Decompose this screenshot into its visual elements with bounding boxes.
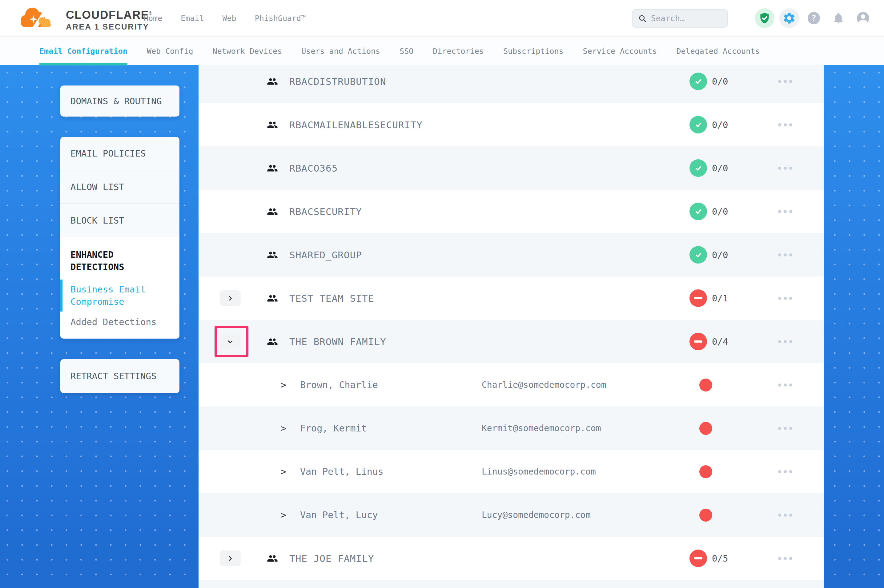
status-badge-fail-icon bbox=[690, 290, 707, 307]
status-badge-pass-icon bbox=[690, 73, 707, 90]
shield-check-icon[interactable] bbox=[755, 8, 774, 28]
group-name: TEST TEAM SITE bbox=[289, 276, 374, 320]
status-badge-pass-icon bbox=[690, 116, 707, 134]
member-name: Van Pelt, Linus bbox=[300, 450, 383, 493]
sidebar-item-email-policies[interactable]: EMAIL POLICIES bbox=[60, 137, 179, 170]
table-row-group: RBACDISTRUBUTION0/0 bbox=[198, 65, 824, 103]
enhanced-detections-title: ENHANCED DETECTIONS bbox=[71, 249, 153, 273]
sidebar-item-block-list[interactable]: BLOCK LIST bbox=[60, 204, 179, 237]
row-actions-menu[interactable] bbox=[778, 406, 792, 450]
status-count: 0/4 bbox=[712, 320, 728, 363]
status-badge-pass-icon bbox=[690, 202, 707, 220]
row-actions-menu[interactable] bbox=[778, 450, 792, 493]
help-icon[interactable]: ? bbox=[804, 8, 824, 28]
member-name: Frog, Kermit bbox=[300, 406, 367, 450]
enhanced-detections-section: ENHANCED DETECTIONS Business Email Compr… bbox=[60, 237, 179, 339]
member-chevron-icon[interactable]: > bbox=[281, 493, 286, 537]
expand-group-button[interactable] bbox=[220, 290, 241, 306]
brand-line1: CLOUDFLARE bbox=[66, 9, 149, 21]
tab-sso[interactable]: SSO bbox=[400, 37, 413, 66]
search-input[interactable] bbox=[651, 14, 722, 23]
row-actions-menu[interactable] bbox=[778, 103, 792, 146]
bell-icon[interactable] bbox=[828, 8, 848, 28]
tab-web-config[interactable]: Web Config bbox=[147, 37, 193, 66]
app-header: CLOUDFLARE® AREA 1 SECURITY HomeEmailWeb… bbox=[0, 0, 884, 36]
expand-group-button[interactable] bbox=[220, 550, 241, 566]
tab-service-accounts[interactable]: Service Accounts bbox=[583, 37, 657, 66]
table-row-member: >Van Pelt, LucyLucy@somedemocorp.com bbox=[198, 493, 824, 537]
nav-item-phishguard-[interactable]: PhishGuard™ bbox=[255, 14, 306, 23]
member-chevron-icon[interactable]: > bbox=[281, 406, 286, 450]
group-people-icon bbox=[267, 206, 278, 218]
row-actions-menu[interactable] bbox=[778, 320, 792, 363]
member-name: Brown, Charlie bbox=[300, 363, 378, 406]
row-actions-menu[interactable] bbox=[778, 233, 792, 276]
header-icon-group: ? bbox=[755, 8, 873, 28]
member-status-dot bbox=[699, 379, 712, 392]
gear-icon[interactable] bbox=[779, 8, 799, 28]
sidebar-card-email-policies: EMAIL POLICIES ALLOW LIST BLOCK LIST ENH… bbox=[60, 137, 179, 339]
sidebar-item-added-detections[interactable]: Added Detections bbox=[71, 316, 163, 328]
group-name: RBACSECURITY bbox=[289, 190, 362, 233]
brand-wordmark: CLOUDFLARE® AREA 1 SECURITY bbox=[66, 9, 153, 32]
table-row-group: THE BROWN FAMILY0/4 bbox=[198, 320, 824, 363]
row-actions-menu[interactable] bbox=[778, 190, 792, 233]
sidebar-item-business-email-compromise[interactable]: Business Email Compromise bbox=[71, 283, 147, 308]
table-row-member: >Van Pelt, LinusLinus@somedemocorp.com bbox=[198, 450, 824, 493]
sidebar-card-domains-routing: DOMAINS & ROUTING bbox=[60, 86, 179, 117]
search-box[interactable] bbox=[632, 9, 728, 28]
row-actions-menu[interactable] bbox=[778, 537, 792, 580]
group-people-icon bbox=[267, 336, 278, 348]
member-email: Lucy@somedemocorp.com bbox=[482, 493, 591, 537]
row-actions-menu[interactable] bbox=[778, 276, 792, 320]
tab-delegated-accounts[interactable]: Delegated Accounts bbox=[676, 37, 760, 66]
nav-item-email[interactable]: Email bbox=[181, 14, 204, 23]
nav-item-home[interactable]: Home bbox=[144, 14, 162, 23]
row-actions-menu[interactable] bbox=[778, 65, 792, 103]
status-count: 0/5 bbox=[712, 537, 728, 580]
group-name: RBACO365 bbox=[289, 146, 338, 190]
tab-network-devices[interactable]: Network Devices bbox=[213, 37, 282, 66]
main-area: DOMAINS & ROUTING EMAIL POLICIES ALLOW L… bbox=[0, 65, 884, 588]
row-actions-menu[interactable] bbox=[778, 146, 792, 190]
tab-directories[interactable]: Directories bbox=[433, 37, 484, 66]
member-email: Linus@somedemocorp.com bbox=[482, 450, 596, 493]
status-badge-fail-icon bbox=[690, 549, 707, 567]
tab-subscriptions[interactable]: Subscriptions bbox=[503, 37, 564, 66]
member-status-dot bbox=[699, 422, 712, 435]
status-count: 0/0 bbox=[712, 65, 728, 103]
status-count: 0/1 bbox=[712, 276, 728, 320]
group-name: RBACDISTRUBUTION bbox=[289, 65, 386, 103]
table-row-group: TEST TEAM SITE0/1 bbox=[198, 276, 824, 320]
tab-email-configuration[interactable]: Email Configuration bbox=[39, 37, 128, 66]
sidebar-card-retract-settings: RETRACT SETTINGS bbox=[60, 359, 179, 393]
row-actions-menu[interactable] bbox=[778, 493, 792, 537]
user-avatar-icon[interactable] bbox=[853, 8, 873, 28]
sidebar-item-retract-settings[interactable]: RETRACT SETTINGS bbox=[60, 359, 179, 393]
tab-users-and-actions[interactable]: Users and Actions bbox=[301, 37, 380, 66]
member-name: Van Pelt, Lucy bbox=[300, 493, 378, 537]
status-badge-fail-icon bbox=[690, 333, 707, 350]
member-chevron-icon[interactable]: > bbox=[281, 450, 286, 493]
table-row-group: RBACO3650/0 bbox=[198, 146, 824, 190]
status-count: 0/0 bbox=[712, 233, 728, 276]
sidebar-item-label: Business Email Compromise bbox=[71, 284, 146, 307]
cloudflare-area1-logo: CLOUDFLARE® AREA 1 SECURITY bbox=[17, 4, 128, 33]
table-row-group: SHARED_GROUP0/0 bbox=[198, 233, 824, 276]
sidebar-item-allow-list[interactable]: ALLOW LIST bbox=[60, 170, 179, 203]
table-row-member: >Frog, KermitKermit@somedemocorp.com bbox=[198, 406, 824, 450]
member-email: Kermit@somedemocorp.com bbox=[482, 406, 601, 450]
member-chevron-icon[interactable]: > bbox=[281, 363, 286, 406]
group-list: RBACDISTRUBUTION0/0RBACMAILENABLESECURIT… bbox=[198, 65, 824, 588]
search-icon bbox=[638, 14, 647, 23]
collapse-group-button[interactable] bbox=[220, 334, 241, 350]
nav-item-web[interactable]: Web bbox=[222, 14, 236, 23]
group-people-icon bbox=[267, 553, 278, 565]
group-name: SHARED_GROUP bbox=[289, 233, 362, 276]
sidebar-item-domains-routing[interactable]: DOMAINS & ROUTING bbox=[60, 86, 179, 117]
sidebar-item-label: Added Detections bbox=[71, 317, 156, 327]
brand-line2: AREA 1 SECURITY bbox=[66, 22, 153, 32]
primary-nav: HomeEmailWebPhishGuard™ bbox=[144, 0, 306, 36]
status-badge-pass-icon bbox=[690, 159, 707, 177]
row-actions-menu[interactable] bbox=[778, 363, 792, 406]
